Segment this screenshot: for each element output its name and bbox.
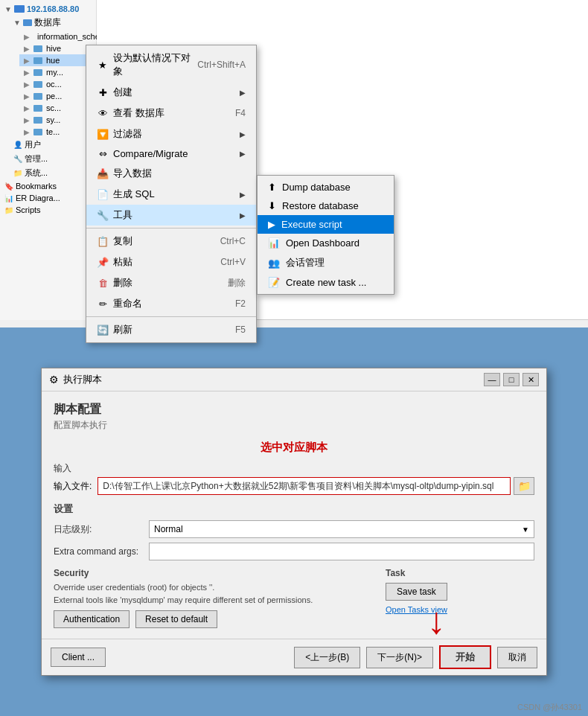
menu-compare[interactable]: ⇔ Compare/Migrate ▶	[86, 144, 256, 163]
submenu-label: Dump database	[282, 182, 351, 193]
tree-item-admin[interactable]: 🔧 管理...	[9, 152, 96, 166]
copy-icon: 📋	[97, 236, 109, 247]
submenu-label: Open Dashboard	[286, 237, 359, 249]
db-icon-pe	[33, 93, 42, 100]
shortcut-label: 删除	[228, 277, 246, 290]
cancel-button[interactable]: 取消	[497, 647, 537, 668]
dialog-icon: ⚙	[49, 374, 59, 386]
client-button[interactable]: Client ...	[51, 648, 106, 667]
submenu-dump[interactable]: ⬆ Dump database	[258, 178, 394, 196]
tree-item-hue[interactable]: ▶ hue	[19, 54, 96, 66]
menu-import[interactable]: 📥 导入数据	[86, 163, 256, 184]
item-label: hive	[46, 44, 61, 53]
execute-script-dialog: ⚙ 执行脚本 — □ ✕ 脚本配置 配置脚本执行 选中对应脚本 输入 输入文件:…	[41, 368, 547, 676]
tree-item-oc[interactable]: ▶ oc...	[19, 78, 96, 90]
db-icon-hue	[33, 57, 42, 64]
submenu-new-task[interactable]: 📝 Create new task ...	[258, 273, 394, 292]
item-label: Scripts	[16, 205, 41, 214]
section-title: 脚本配置	[54, 402, 534, 418]
tree-item-sc[interactable]: ▶ sc...	[19, 102, 96, 114]
expand-arrow: ▶	[24, 68, 30, 77]
submenu-dashboard[interactable]: 📊 Open Dashboard	[258, 234, 394, 252]
sys-icon: 📁	[13, 169, 22, 177]
dialog-title: 执行脚本	[63, 373, 102, 386]
next-step-button[interactable]: 下一步(N)>	[366, 647, 433, 668]
databases-node[interactable]: ▼ 数据库	[9, 15, 96, 31]
item-label: 用户	[25, 139, 41, 150]
execute-icon: ▶	[268, 219, 275, 230]
databases-icon	[23, 19, 32, 26]
tree-item-te[interactable]: ▶ te...	[19, 126, 96, 138]
close-button[interactable]: ✕	[523, 373, 539, 386]
session-icon: 👥	[268, 258, 280, 269]
menu-gen-sql[interactable]: 📄 生成 SQL ▶	[86, 184, 256, 205]
start-button[interactable]: 开始	[439, 645, 491, 669]
menu-tools[interactable]: 🔧 工具 ▶	[86, 205, 256, 226]
input-label: 输入	[54, 462, 534, 475]
settings-section: 设置 日志级别: Normal ▼ Extra command args:	[54, 502, 534, 560]
menu-item-left: 📋 复制	[97, 234, 132, 248]
maximize-button[interactable]: □	[503, 373, 520, 386]
expand-arrow: ▶	[24, 128, 30, 136]
menu-refresh[interactable]: 🔄 刷新 F5	[86, 319, 256, 340]
server-node[interactable]: ▼ 192.168.88.80	[0, 3, 96, 15]
menu-item-left: 🗑 删除	[97, 276, 132, 290]
menu-create[interactable]: ✚ 创建 ▶	[86, 82, 256, 103]
extra-args-row: Extra command args:	[54, 543, 534, 560]
item-label: sc...	[46, 103, 61, 112]
paste-icon: 📌	[97, 257, 109, 268]
tree-item-hive[interactable]: ▶ hive	[19, 42, 96, 54]
dialog-controls: — □ ✕	[484, 373, 539, 386]
menu-set-default[interactable]: ★ 设为默认情况下对象 Ctrl+Shift+A	[86, 48, 256, 82]
save-task-button[interactable]: Save task	[386, 583, 447, 601]
prev-step-button[interactable]: <上一步(B)	[294, 647, 360, 668]
tree-item-information-schema[interactable]: ▶ information_schema	[19, 31, 96, 42]
tree-item-scripts[interactable]: 📁 Scripts	[0, 204, 96, 216]
log-level-select[interactable]: Normal ▼	[149, 520, 534, 538]
menu-item-left: ⇔ Compare/Migrate	[97, 148, 188, 159]
tree-item-my[interactable]: ▶ my...	[19, 66, 96, 78]
log-level-value: Normal	[154, 524, 183, 534]
tree-item-system[interactable]: 📁 系统...	[9, 166, 96, 180]
menu-filter[interactable]: 🔽 过滤器 ▶	[86, 124, 256, 144]
extra-args-input[interactable]	[149, 543, 534, 560]
menu-copy[interactable]: 📋 复制 Ctrl+C	[86, 231, 256, 252]
submenu-session[interactable]: 👥 会话管理	[258, 252, 394, 273]
authentication-button[interactable]: Authentication	[54, 610, 130, 628]
menu-paste[interactable]: 📌 粘贴 Ctrl+V	[86, 252, 256, 272]
submenu-restore[interactable]: ⬇ Restore database	[258, 196, 394, 215]
menu-item-left: 📌 粘贴	[97, 255, 132, 269]
task-title: Task	[386, 568, 534, 578]
item-label: ER Diagra...	[16, 194, 60, 202]
item-label: hue	[46, 56, 60, 65]
menu-item-left: 📄 生成 SQL	[97, 188, 155, 201]
submenu-execute-script[interactable]: ▶ Execute script	[258, 215, 394, 234]
dashboard-icon: 📊	[268, 237, 280, 249]
tree-item-users[interactable]: 👤 用户	[9, 138, 96, 152]
tree-item-pe[interactable]: ▶ pe...	[19, 90, 96, 102]
reset-to-default-button[interactable]: Reset to default	[135, 610, 217, 628]
menu-label: 过滤器	[113, 127, 142, 141]
dropdown-arrow: ▼	[522, 525, 529, 534]
tree-item-sy[interactable]: ▶ sy...	[19, 114, 96, 126]
task-section: Task Save task Open Tasks view	[386, 568, 534, 628]
submenu-label: Execute script	[281, 219, 342, 230]
menu-label: 导入数据	[113, 167, 152, 180]
submenu-arrow: ▶	[240, 150, 246, 158]
tree-item-bookmarks[interactable]: 🔖 Bookmarks	[0, 180, 96, 192]
browse-button[interactable]: 📁	[514, 477, 534, 495]
menu-view-db[interactable]: 👁 查看 数据库 F4	[86, 103, 256, 124]
input-section: 输入 输入文件: D:\传智工作\上课\北京Python+大数据就业52期\新零…	[54, 462, 534, 495]
view-icon: 👁	[97, 108, 109, 119]
menu-delete[interactable]: 🗑 删除 删除	[86, 272, 256, 293]
tree-item-er[interactable]: 📊 ER Diagra...	[0, 192, 96, 204]
admin-icon: 🔧	[13, 155, 22, 163]
minimize-button[interactable]: —	[484, 373, 500, 386]
server-db-icon	[14, 5, 25, 13]
dialog-title-left: ⚙ 执行脚本	[49, 373, 102, 386]
menu-item-left: 👁 查看 数据库	[97, 106, 164, 120]
file-path-input[interactable]: D:\传智工作\上课\北京Python+大数据就业52期\新零售项目资料\相关脚…	[98, 477, 511, 495]
menu-rename[interactable]: ✏ 重命名 F2	[86, 293, 256, 314]
footer-left: Client ...	[51, 648, 106, 667]
users-icon: 👤	[13, 141, 22, 149]
